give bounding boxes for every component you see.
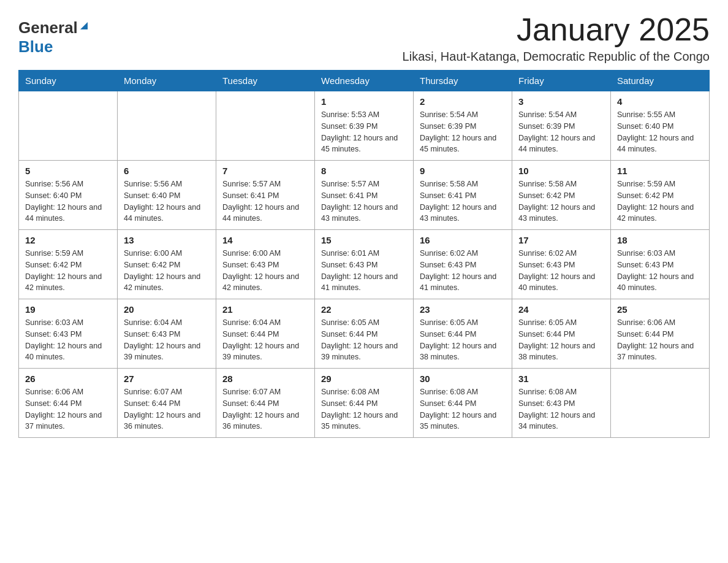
col-header-monday: Monday: [118, 71, 216, 91]
location-subtitle: Likasi, Haut-Katanga, Democratic Republi…: [403, 50, 710, 64]
empty-cell: [19, 91, 118, 161]
day-info: Sunrise: 5:55 AMSunset: 6:40 PMDaylight:…: [617, 109, 703, 155]
day-info: Sunrise: 6:00 AMSunset: 6:42 PMDaylight:…: [124, 248, 210, 294]
day-info: Sunrise: 5:56 AMSunset: 6:40 PMDaylight:…: [25, 178, 111, 224]
day-info: Sunrise: 6:07 AMSunset: 6:44 PMDaylight:…: [222, 386, 308, 432]
day-number: 26: [25, 373, 111, 384]
calendar-week-4: 19Sunrise: 6:03 AMSunset: 6:43 PMDayligh…: [19, 299, 710, 369]
day-info: Sunrise: 6:06 AMSunset: 6:44 PMDaylight:…: [617, 317, 703, 363]
day-info: Sunrise: 6:00 AMSunset: 6:43 PMDaylight:…: [222, 248, 308, 294]
calendar-header-row: SundayMondayTuesdayWednesdayThursdayFrid…: [19, 71, 710, 91]
day-cell-31: 31Sunrise: 6:08 AMSunset: 6:43 PMDayligh…: [512, 369, 611, 438]
day-info: Sunrise: 6:04 AMSunset: 6:44 PMDaylight:…: [222, 317, 308, 363]
day-cell-3: 3Sunrise: 5:54 AMSunset: 6:39 PMDaylight…: [512, 91, 611, 161]
day-cell-21: 21Sunrise: 6:04 AMSunset: 6:44 PMDayligh…: [216, 299, 315, 369]
logo-triangle-icon: [79, 21, 89, 31]
logo: General Blue: [18, 18, 89, 56]
empty-cell: [118, 91, 216, 161]
day-info: Sunrise: 6:07 AMSunset: 6:44 PMDaylight:…: [124, 386, 210, 432]
page-header: General Blue January 2025 Likasi, Haut-K…: [18, 12, 710, 64]
empty-cell: [216, 91, 315, 161]
day-info: Sunrise: 6:02 AMSunset: 6:43 PMDaylight:…: [420, 248, 506, 294]
day-number: 22: [321, 304, 407, 315]
day-cell-24: 24Sunrise: 6:05 AMSunset: 6:44 PMDayligh…: [512, 299, 611, 369]
day-info: Sunrise: 6:03 AMSunset: 6:43 PMDaylight:…: [25, 317, 111, 363]
day-cell-8: 8Sunrise: 5:57 AMSunset: 6:41 PMDaylight…: [315, 161, 414, 230]
day-number: 10: [518, 166, 604, 176]
day-cell-16: 16Sunrise: 6:02 AMSunset: 6:43 PMDayligh…: [414, 230, 512, 299]
day-info: Sunrise: 5:58 AMSunset: 6:41 PMDaylight:…: [420, 178, 506, 224]
day-cell-5: 5Sunrise: 5:56 AMSunset: 6:40 PMDaylight…: [19, 161, 118, 230]
calendar-table: SundayMondayTuesdayWednesdayThursdayFrid…: [18, 70, 710, 438]
day-info: Sunrise: 6:08 AMSunset: 6:44 PMDaylight:…: [321, 386, 407, 432]
day-number: 20: [124, 304, 210, 315]
day-cell-22: 22Sunrise: 6:05 AMSunset: 6:44 PMDayligh…: [315, 299, 414, 369]
day-number: 8: [321, 166, 407, 176]
day-info: Sunrise: 6:08 AMSunset: 6:44 PMDaylight:…: [420, 386, 506, 432]
day-info: Sunrise: 6:03 AMSunset: 6:43 PMDaylight:…: [617, 248, 703, 294]
day-number: 29: [321, 373, 407, 384]
day-cell-28: 28Sunrise: 6:07 AMSunset: 6:44 PMDayligh…: [216, 369, 315, 438]
day-info: Sunrise: 5:59 AMSunset: 6:42 PMDaylight:…: [617, 178, 703, 224]
day-number: 6: [124, 166, 210, 176]
col-header-wednesday: Wednesday: [315, 71, 414, 91]
day-cell-25: 25Sunrise: 6:06 AMSunset: 6:44 PMDayligh…: [611, 299, 710, 369]
day-cell-27: 27Sunrise: 6:07 AMSunset: 6:44 PMDayligh…: [118, 369, 216, 438]
day-info: Sunrise: 5:53 AMSunset: 6:39 PMDaylight:…: [321, 109, 407, 155]
day-info: Sunrise: 5:56 AMSunset: 6:40 PMDaylight:…: [124, 178, 210, 224]
day-cell-23: 23Sunrise: 6:05 AMSunset: 6:44 PMDayligh…: [414, 299, 512, 369]
day-info: Sunrise: 5:54 AMSunset: 6:39 PMDaylight:…: [420, 109, 506, 155]
day-cell-30: 30Sunrise: 6:08 AMSunset: 6:44 PMDayligh…: [414, 369, 512, 438]
day-info: Sunrise: 5:57 AMSunset: 6:41 PMDaylight:…: [222, 178, 308, 224]
day-number: 24: [518, 304, 604, 315]
day-number: 18: [617, 235, 703, 245]
calendar-week-2: 5Sunrise: 5:56 AMSunset: 6:40 PMDaylight…: [19, 161, 710, 230]
day-number: 31: [518, 373, 604, 384]
day-cell-29: 29Sunrise: 6:08 AMSunset: 6:44 PMDayligh…: [315, 369, 414, 438]
day-number: 28: [222, 373, 308, 384]
col-header-saturday: Saturday: [611, 71, 710, 91]
calendar-week-1: 1Sunrise: 5:53 AMSunset: 6:39 PMDaylight…: [19, 91, 710, 161]
day-cell-2: 2Sunrise: 5:54 AMSunset: 6:39 PMDaylight…: [414, 91, 512, 161]
day-cell-7: 7Sunrise: 5:57 AMSunset: 6:41 PMDaylight…: [216, 161, 315, 230]
day-cell-11: 11Sunrise: 5:59 AMSunset: 6:42 PMDayligh…: [611, 161, 710, 230]
day-number: 3: [518, 96, 604, 107]
day-number: 1: [321, 96, 407, 107]
day-number: 4: [617, 96, 703, 107]
day-number: 15: [321, 235, 407, 245]
day-cell-12: 12Sunrise: 5:59 AMSunset: 6:42 PMDayligh…: [19, 230, 118, 299]
day-cell-10: 10Sunrise: 5:58 AMSunset: 6:42 PMDayligh…: [512, 161, 611, 230]
day-number: 19: [25, 304, 111, 315]
day-info: Sunrise: 6:05 AMSunset: 6:44 PMDaylight:…: [518, 317, 604, 363]
day-info: Sunrise: 6:08 AMSunset: 6:43 PMDaylight:…: [518, 386, 604, 432]
day-cell-15: 15Sunrise: 6:01 AMSunset: 6:43 PMDayligh…: [315, 230, 414, 299]
day-info: Sunrise: 6:05 AMSunset: 6:44 PMDaylight:…: [420, 317, 506, 363]
col-header-tuesday: Tuesday: [216, 71, 315, 91]
day-number: 30: [420, 373, 506, 384]
day-cell-26: 26Sunrise: 6:06 AMSunset: 6:44 PMDayligh…: [19, 369, 118, 438]
day-cell-19: 19Sunrise: 6:03 AMSunset: 6:43 PMDayligh…: [19, 299, 118, 369]
day-number: 14: [222, 235, 308, 245]
col-header-friday: Friday: [512, 71, 611, 91]
day-number: 7: [222, 166, 308, 176]
day-info: Sunrise: 5:54 AMSunset: 6:39 PMDaylight:…: [518, 109, 604, 155]
col-header-sunday: Sunday: [19, 71, 118, 91]
day-cell-14: 14Sunrise: 6:00 AMSunset: 6:43 PMDayligh…: [216, 230, 315, 299]
day-info: Sunrise: 6:05 AMSunset: 6:44 PMDaylight:…: [321, 317, 407, 363]
day-info: Sunrise: 6:02 AMSunset: 6:43 PMDaylight:…: [518, 248, 604, 294]
day-info: Sunrise: 6:06 AMSunset: 6:44 PMDaylight:…: [25, 386, 111, 432]
day-number: 5: [25, 166, 111, 176]
day-number: 21: [222, 304, 308, 315]
day-number: 25: [617, 304, 703, 315]
svg-marker-0: [80, 22, 88, 29]
day-number: 9: [420, 166, 506, 176]
day-number: 16: [420, 235, 506, 245]
day-info: Sunrise: 6:01 AMSunset: 6:43 PMDaylight:…: [321, 248, 407, 294]
logo-blue-text: Blue: [18, 37, 53, 56]
day-number: 2: [420, 96, 506, 107]
day-info: Sunrise: 5:59 AMSunset: 6:42 PMDaylight:…: [25, 248, 111, 294]
day-cell-17: 17Sunrise: 6:02 AMSunset: 6:43 PMDayligh…: [512, 230, 611, 299]
empty-cell: [611, 369, 710, 438]
col-header-thursday: Thursday: [414, 71, 512, 91]
logo-general-text: General: [18, 18, 78, 37]
